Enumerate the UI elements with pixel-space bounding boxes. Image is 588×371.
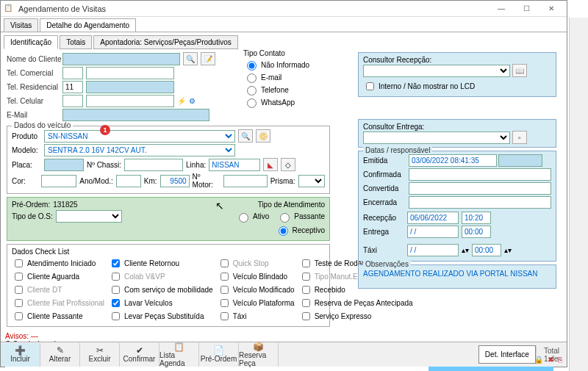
entrega-time[interactable] [462,226,491,238]
anomod-input[interactable] [116,175,141,187]
search-veic-icon[interactable]: 🔍 [238,129,253,143]
tipoos-select[interactable] [56,210,122,223]
erase-icon[interactable]: ◇ [281,158,295,171]
book-icon[interactable]: 📖 [512,64,527,77]
checklist-title: Dados Check List [12,248,325,256]
telres-ddd[interactable] [62,81,83,93]
prisma-select[interactable] [298,175,325,187]
chk-atendimento-iniciado[interactable]: Atendimento Iniciado [12,257,104,270]
confirmada-input[interactable] [409,168,551,181]
cancel-icon[interactable]: ✖ [548,356,553,364]
entrega-date[interactable] [407,226,459,238]
btn-lista[interactable]: 📋Lista Agenda [159,343,199,367]
telcel-input[interactable] [86,95,174,107]
subtab-apontadoria[interactable]: Apontadoria: Serviços/Peças/Produtivos [93,35,237,49]
taxi-time[interactable] [472,244,501,256]
subtab-identificacao[interactable]: Identificação [4,35,58,49]
avisos-label: Avisos: [5,332,29,340]
chk-colab-v-vp[interactable]: Colab V&VP [109,270,213,283]
btn-alterar[interactable]: ✎Alterar [40,343,80,367]
chk-t-xi[interactable]: Táxi [218,310,295,323]
taxi-date[interactable] [407,244,459,256]
chk-quick-stop[interactable]: Quick Stop [218,257,295,270]
chassi-label: Nº Chassi: [87,161,121,169]
nome-input[interactable] [62,53,180,65]
edit-client-icon[interactable]: 📝 [201,52,215,65]
radio-email[interactable]: E-mail [243,71,309,83]
anomod-label: Ano/Mod.: [79,177,113,185]
maximize-button[interactable]: ☐ [514,1,539,16]
exit-icon[interactable]: ⎘ [558,356,562,364]
emitida-input[interactable] [409,154,497,167]
chk-reserva-de-pe-as-antecipada[interactable]: Reserva de Peças Antecipada [299,297,413,309]
radio-telefone[interactable]: Telefone [243,84,309,96]
close-button[interactable]: ✕ [539,1,564,16]
preordem-label: Pré-Ordem: [12,201,50,209]
btn-excluir[interactable]: ✂Excluir [80,343,120,367]
chk-lavar-ve-culos[interactable]: Lavar Veículos [109,297,213,309]
telcel-ddd[interactable] [62,95,83,107]
consultor-recep-select[interactable] [363,65,510,77]
chk-cliente-dt[interactable]: Cliente DT [12,284,104,296]
chk-cliente-passante[interactable]: Cliente Passante [12,310,104,323]
btn-confirmar[interactable]: ✔Confirmar [120,343,159,367]
placa-input[interactable] [44,159,84,171]
telres-input[interactable] [86,81,174,93]
lock-icon[interactable]: 🔒 [534,356,543,364]
email-input[interactable] [62,109,209,121]
recep-date[interactable] [407,212,459,224]
obs-text[interactable]: AGENDAMENTO REALIZADO VIA PORTAL NISSAN [363,268,551,285]
nome-label: Nome do Cliente [7,55,60,63]
tab-visitas[interactable]: Visitas [4,18,38,32]
encerrada-input[interactable] [409,196,551,209]
tab-detalhe[interactable]: Detalhe do Agendamento [40,18,136,32]
radio-receptivo[interactable]: Receptivo [275,224,325,236]
chassi-input[interactable] [124,159,183,171]
paint-icon[interactable]: ◣ [263,158,278,171]
btn-preordem[interactable]: 📄Pré-Ordem [199,343,239,367]
assign-icon[interactable]: ▫ [512,131,527,144]
consultor-entrega-select[interactable] [363,132,510,144]
chk-cliente-aguarda[interactable]: Cliente Aguarda [12,270,104,283]
datas-title: Datas / responsável [363,146,432,154]
radio-passante[interactable]: Passante [276,211,325,223]
chk-cliente-retornou[interactable]: Cliente Retornou [109,257,213,270]
interno-check[interactable] [366,82,374,90]
telcom-input[interactable] [86,67,174,79]
btn-reserva[interactable]: 📦Reserva Peça [239,343,279,367]
cor-input[interactable] [41,175,76,187]
chk-servi-o-expresso[interactable]: Serviço Expresso [299,310,413,323]
km-input[interactable] [160,175,190,187]
chk-com-servi-o-de-mobilidade[interactable]: Com serviço de mobilidade [109,284,213,296]
chk-ve-culo-plataforma[interactable]: Veículo Plataforma [218,297,295,309]
radio-ativo[interactable]: Ativo [235,211,269,223]
chk-ve-culo-blindado[interactable]: Veículo Blindado [218,270,295,283]
chk-cliente-fiat-profissional[interactable]: Cliente Fiat Profissional [12,297,104,309]
motor-label: Nº Motor: [193,173,220,189]
linha-input[interactable] [209,159,260,171]
db-icon[interactable]: 📀 [256,129,270,143]
recep-time[interactable] [462,212,491,224]
tipoat-label: Tipo de Atendimento [258,201,325,209]
modelo-select[interactable]: SENTRA 2.0 16V 142CV AUT. [44,144,235,156]
produto-select[interactable]: SN-NISSAN [44,130,235,143]
motor-input[interactable] [223,175,268,187]
tool-icon[interactable]: ⚙ [189,97,196,105]
convertida-input[interactable] [409,182,551,195]
taxi-spin2-icon[interactable]: ▴▾ [504,246,512,254]
chk-ve-culo-modificado[interactable]: Veículo Modificado [218,284,295,296]
telcom-ddd[interactable] [62,67,83,79]
minimize-button[interactable]: — [489,1,514,16]
btn-incluir[interactable]: ➕Incluir [1,343,40,367]
chk-levar-pe-as-substitu-da[interactable]: Levar Peças Substituída [109,310,213,323]
radio-whatsapp[interactable]: WhatsApp [243,96,309,108]
radio-nao-informado[interactable]: Não Informado [243,59,309,71]
bolt-icon[interactable]: ⚡ [177,97,186,105]
subtab-totais[interactable]: Totais [60,35,92,49]
search-client-icon[interactable]: 🔍 [183,52,198,65]
consultor-entrega-label: Consultor Entrega: [363,123,424,131]
telcel-label: Tel. Celular [7,97,60,105]
emitida-user[interactable] [498,154,542,167]
taxi-spin-icon[interactable]: ▴▾ [462,246,469,254]
btn-det-interface[interactable]: Det. Interface [478,345,536,364]
